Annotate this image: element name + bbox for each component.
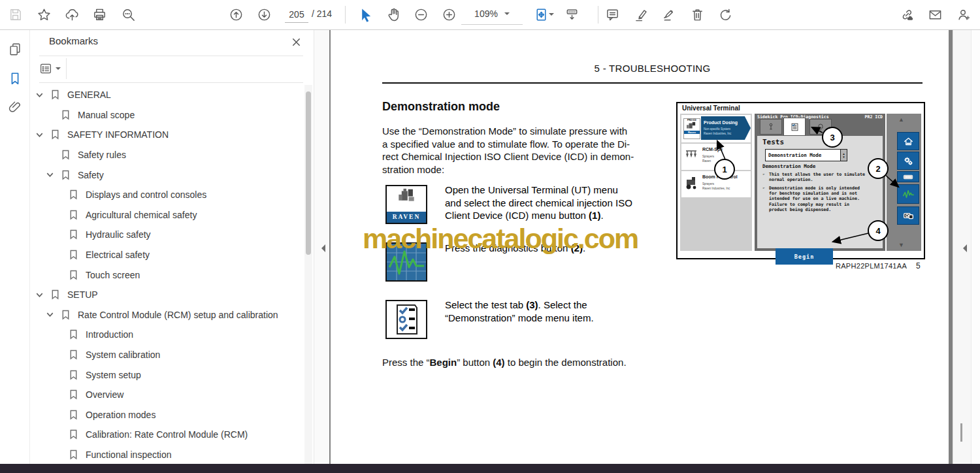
bookmark-item[interactable]: Manual scope	[30, 105, 314, 125]
tests-tab	[783, 118, 806, 136]
fit-page-icon	[534, 7, 549, 22]
link-share-button[interactable]	[896, 3, 918, 25]
bookmark-item[interactable]: Introduction	[30, 325, 314, 345]
bookmark-item[interactable]: Safety rules	[30, 145, 314, 165]
search-button[interactable]	[117, 3, 139, 25]
chevron-down-icon	[549, 13, 554, 18]
bookmark-icon	[69, 349, 78, 361]
toolbar-separator	[345, 6, 346, 24]
sign-icon	[662, 7, 677, 22]
bookmark-item[interactable]: Touch screen	[30, 265, 314, 285]
panel-splitter[interactable]	[314, 29, 329, 464]
bookmark-item[interactable]: SAFETY INFORMATION	[30, 125, 314, 145]
cloud-upload-button[interactable]	[61, 3, 83, 25]
share-person-button[interactable]	[952, 3, 974, 25]
comment-button[interactable]	[601, 3, 623, 25]
email-button[interactable]	[924, 3, 946, 25]
sign-button[interactable]	[658, 3, 680, 25]
bookmarks-button[interactable]	[5, 68, 25, 89]
chevron-down-icon[interactable]	[35, 90, 44, 100]
home-button-icon	[897, 132, 919, 150]
link-icon	[900, 7, 915, 22]
step-text: Open the Universal Terminal (UT) menu an…	[445, 184, 632, 222]
bookmark-item[interactable]: Agricultural chemical safety	[30, 205, 314, 225]
star-button[interactable]	[33, 3, 55, 25]
page-thumbnails-button[interactable]	[5, 39, 25, 59]
bookmark-icon	[69, 269, 78, 281]
collapse-right-icon[interactable]	[959, 244, 967, 252]
page-total-label: / 214	[312, 8, 332, 19]
bookmark-item[interactable]: Displays and control consoles	[30, 185, 314, 205]
tools-pane-collapsed	[971, 29, 980, 473]
document-scrollbar-thumb[interactable]	[960, 423, 962, 442]
bookmark-item[interactable]: Overview	[30, 385, 314, 405]
attachments-button[interactable]	[5, 97, 25, 118]
chevron-down-icon[interactable]	[45, 170, 55, 180]
bookmark-icon	[61, 149, 71, 161]
chevron-down-icon[interactable]	[35, 130, 44, 140]
zoom-out-button[interactable]	[410, 3, 432, 25]
toolbar-separator	[598, 6, 598, 24]
hand-tool-button[interactable]	[382, 3, 404, 25]
bookmark-item[interactable]: GENERAL	[30, 85, 314, 105]
bookmark-item[interactable]: Operation modes	[30, 405, 314, 425]
divider	[66, 58, 67, 79]
machine-icon: PR2 ICD Raven	[683, 118, 700, 139]
bookmark-item[interactable]: Functional inspection	[30, 445, 314, 464]
bookmark-item[interactable]: Rate Control Module (RCM) setup and cali…	[30, 305, 314, 325]
zoom-in-button[interactable]	[438, 3, 460, 25]
hide-toolbar-button[interactable]	[561, 3, 583, 25]
taskbar-strip	[0, 464, 980, 473]
scroll-down-icon: ▼	[898, 242, 904, 248]
figure-header-right: PR2 ICD	[865, 114, 883, 122]
document-scrollbar[interactable]	[953, 29, 972, 473]
zoom-level-select[interactable]: 109%	[461, 3, 523, 25]
bookmark-item[interactable]: Electrical safety	[30, 245, 314, 265]
bookmark-icon	[61, 109, 71, 121]
panel-scrollbar-thumb[interactable]	[306, 91, 311, 255]
bookmark-item[interactable]: Safety	[30, 165, 314, 185]
dropdown-value: Demonstration Mode	[768, 152, 821, 158]
comment-icon	[605, 7, 620, 22]
step-text: Select the test tab (3). Select the “Dem…	[445, 299, 594, 324]
bookmark-icon	[69, 409, 78, 421]
chevron-down-icon[interactable]	[35, 290, 44, 300]
bookmark-icon	[69, 329, 78, 340]
save-button[interactable]	[4, 3, 26, 25]
bookmark-item[interactable]: Hydraulic safety	[30, 225, 314, 245]
bookmark-options-button[interactable]	[39, 60, 65, 77]
highlight-button[interactable]	[630, 3, 652, 25]
page-number-input[interactable]	[285, 7, 308, 23]
bookmark-item[interactable]: Calibration: Rate Control Module (RCM)	[30, 425, 314, 445]
star-icon	[37, 7, 52, 22]
chevron-down-icon[interactable]	[45, 310, 55, 319]
previous-page-button[interactable]	[225, 3, 247, 25]
zoom-out-icon	[414, 7, 429, 22]
bookmarks-panel: Bookmarks GENERAL Manual scope SAFETY	[30, 29, 314, 464]
fit-page-button[interactable]	[529, 3, 559, 25]
next-page-button[interactable]	[253, 3, 275, 25]
bookmark-item[interactable]: System setup	[30, 365, 314, 385]
delete-button[interactable]	[686, 3, 708, 25]
figure-body: Tests Demonstration Mode ▲▼ Demonstratio…	[757, 136, 883, 248]
print-button[interactable]	[88, 3, 110, 25]
delete-icon	[690, 7, 705, 22]
chevron-down-icon	[504, 12, 510, 18]
bookmark-item[interactable]: System calibration	[30, 345, 314, 365]
search-icon	[121, 7, 136, 22]
figure-window-title: Universal Terminal	[682, 105, 740, 112]
select-tool-button[interactable]	[354, 3, 376, 25]
paperclip-icon	[8, 100, 22, 114]
bookmark-item[interactable]: SETUP	[30, 285, 314, 305]
chevron-down-icon	[56, 67, 61, 73]
page-header: 5 - TROUBLESHOOTING	[382, 63, 923, 74]
alarm-bell-icon	[817, 123, 825, 131]
collapse-left-icon[interactable]	[318, 244, 325, 252]
select-tool-icon	[358, 7, 373, 22]
detail-heading: Demonstration Mode	[762, 163, 815, 169]
redo-button[interactable]	[714, 3, 736, 25]
bookmark-icon	[61, 309, 71, 321]
close-panel-button[interactable]	[291, 35, 306, 49]
bookmark-icon	[69, 189, 78, 201]
hide-toolbar-icon	[564, 7, 580, 22]
